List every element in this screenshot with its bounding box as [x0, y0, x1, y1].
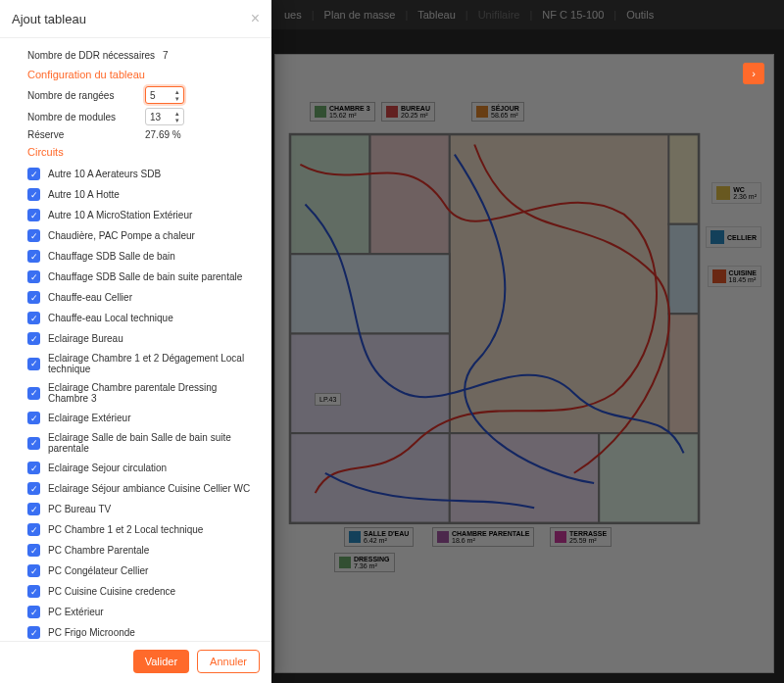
circuit-label: PC Chambre 1 et 2 Local technique [48, 524, 203, 535]
circuit-label: Eclairage Chambre 1 et 2 Dégagement Loca… [48, 353, 258, 374]
next-arrow-icon[interactable]: › [743, 63, 764, 84]
circuit-item[interactable]: ✓Autre 10 A MicroStation Extérieur [27, 205, 258, 225]
svg-rect-11 [668, 314, 698, 433]
circuit-label: Autre 10 A MicroStation Extérieur [48, 210, 192, 220]
checkbox-checked-icon[interactable]: ✓ [27, 412, 40, 424]
circuit-label: PC Bureau TV [48, 504, 111, 514]
checkbox-checked-icon[interactable]: ✓ [27, 168, 40, 180]
room-label-chambre-3: CHAMBRE 315.62 m² [310, 102, 375, 122]
circuit-label: Chauffe-eau Local technique [48, 313, 173, 323]
reserve-label: Réserve [27, 129, 145, 140]
checkbox-checked-icon[interactable]: ✓ [27, 606, 40, 618]
cfg-rows-row: Nombre de rangées 5 ▴▾ [27, 86, 258, 104]
circuit-item[interactable]: ✓Eclairage Bureau [27, 328, 258, 349]
checkbox-checked-icon[interactable]: ✓ [27, 482, 40, 495]
circuit-label: Eclairage Extérieur [48, 413, 130, 423]
checkbox-checked-icon[interactable]: ✓ [27, 503, 40, 515]
svg-rect-8 [599, 433, 699, 522]
room-label-sejour: SÉJOUR58.65 m² [471, 102, 524, 122]
circuit-label: PC Chambre Parentale [48, 545, 149, 556]
floor-plan-svg [275, 55, 773, 672]
circuit-label: Chaudière, PAC Pompe a chaleur [48, 230, 195, 241]
circuit-item[interactable]: ✓Eclairage Chambre parentale Dressing Ch… [27, 378, 258, 408]
cfg-modules-row: Nombre de modules 13 ▴▾ [27, 108, 258, 125]
circuit-list: ✓Autre 10 A Aerateurs SDB✓Autre 10 A Hot… [27, 164, 258, 641]
checkbox-checked-icon[interactable]: ✓ [27, 387, 40, 400]
rows-label: Nombre de rangées [27, 90, 145, 101]
circuit-label: Eclairage Sejour circulation [48, 463, 167, 473]
checkbox-checked-icon[interactable]: ✓ [27, 626, 40, 639]
checkbox-checked-icon[interactable]: ✓ [27, 585, 40, 598]
checkbox-checked-icon[interactable]: ✓ [27, 291, 40, 304]
circuit-item[interactable]: ✓Chaudière, PAC Pompe a chaleur [27, 225, 258, 246]
modal-body: Nombre de DDR nécessaires 7 Configuratio… [0, 38, 271, 641]
modules-stepper-arrows[interactable]: ▴▾ [175, 110, 179, 123]
checkbox-checked-icon[interactable]: ✓ [27, 229, 40, 242]
close-icon[interactable]: × [251, 10, 260, 27]
circuit-label: Chauffage SDB Salle de bain [48, 251, 175, 262]
rows-stepper-arrows[interactable]: ▴▾ [175, 88, 179, 102]
circuit-item[interactable]: ✓PC Congélateur Cellier [27, 561, 258, 581]
side-label-cellier: CELLIER [706, 226, 761, 248]
svg-rect-10 [668, 224, 698, 314]
modal-title: Ajout tableau [12, 12, 251, 26]
checkbox-checked-icon[interactable]: ✓ [27, 250, 40, 263]
room-label-lp43: LP.43 [315, 393, 341, 406]
circuit-item[interactable]: ✓Autre 10 A Aerateurs SDB [27, 164, 258, 184]
modules-value: 13 [150, 112, 161, 122]
circuit-label: PC Extérieur [48, 607, 104, 617]
ddr-label: Nombre de DDR nécessaires [27, 50, 155, 61]
ddr-row: Nombre de DDR nécessaires 7 [27, 50, 258, 61]
nav-item-outils[interactable]: Outils [626, 9, 654, 21]
circuit-item[interactable]: ✓PC Bureau TV [27, 499, 258, 519]
circuit-item[interactable]: ✓Autre 10 A Hotte [27, 184, 258, 205]
circuit-item[interactable]: ✓PC Frigo Microonde [27, 622, 258, 641]
circuit-item[interactable]: ✓Chauffe-eau Cellier [27, 287, 258, 308]
circuit-label: Autre 10 A Aerateurs SDB [48, 169, 161, 179]
circuit-label: PC Cuisine Cuisine credence [48, 586, 175, 597]
checkbox-checked-icon[interactable]: ✓ [27, 188, 40, 201]
nav-item-0[interactable]: ues [284, 9, 302, 21]
checkbox-checked-icon[interactable]: ✓ [27, 270, 40, 283]
validate-button[interactable]: Valider [133, 650, 189, 673]
rows-value: 5 [150, 90, 156, 101]
circuit-item[interactable]: ✓PC Chambre Parentale [27, 540, 258, 561]
checkbox-checked-icon[interactable]: ✓ [27, 332, 40, 345]
circuit-item[interactable]: ✓Eclairage Extérieur [27, 408, 258, 428]
cancel-button[interactable]: Annuler [197, 650, 260, 673]
circuit-item[interactable]: ✓PC Extérieur [27, 602, 258, 622]
checkbox-checked-icon[interactable]: ✓ [27, 312, 40, 324]
circuit-item[interactable]: ✓Eclairage Séjour ambiance Cuisine Celli… [27, 478, 258, 499]
room-label-bureau: BUREAU20.25 m² [381, 102, 435, 122]
circuit-item[interactable]: ✓Chauffage SDB Salle de bain suite paren… [27, 267, 258, 287]
nav-item-unifilaire[interactable]: Unifilaire [478, 9, 520, 21]
svg-rect-4 [290, 254, 450, 333]
room-label-dressing: DRESSING7.36 m² [334, 553, 395, 572]
circuit-item[interactable]: ✓Eclairage Chambre 1 et 2 Dégagement Loc… [27, 349, 258, 378]
modules-stepper[interactable]: 13 ▴▾ [145, 108, 184, 125]
circuit-item[interactable]: ✓PC Cuisine Cuisine credence [27, 581, 258, 602]
checkbox-checked-icon[interactable]: ✓ [27, 564, 40, 577]
nav-item-tableau[interactable]: Tableau [417, 9, 456, 21]
circuit-item[interactable]: ✓Eclairage Salle de bain Salle de bain s… [27, 428, 258, 458]
checkbox-checked-icon[interactable]: ✓ [27, 523, 40, 536]
checkbox-checked-icon[interactable]: ✓ [27, 209, 40, 221]
circuit-item[interactable]: ✓Chauffage SDB Salle de bain [27, 246, 258, 267]
circuit-label: Chauffage SDB Salle de bain suite parent… [48, 271, 242, 282]
circuit-label: PC Frigo Microonde [48, 627, 135, 638]
nav-item-plan-de-masse[interactable]: Plan de masse [324, 9, 396, 21]
nav-item-nfc15100[interactable]: NF C 15-100 [542, 9, 604, 21]
checkbox-checked-icon[interactable]: ✓ [27, 544, 40, 557]
circuit-item[interactable]: ✓PC Chambre 1 et 2 Local technique [27, 519, 258, 540]
checkbox-checked-icon[interactable]: ✓ [27, 437, 40, 450]
checkbox-checked-icon[interactable]: ✓ [27, 462, 40, 474]
checkbox-checked-icon[interactable]: ✓ [27, 358, 40, 370]
nav-separator: | [466, 9, 468, 21]
circuit-item[interactable]: ✓Eclairage Sejour circulation [27, 458, 258, 478]
modal-footer: Valider Annuler [0, 641, 271, 683]
cfg-reserve-row: Réserve 27.69 % [27, 129, 258, 140]
rows-stepper[interactable]: 5 ▴▾ [145, 86, 184, 104]
side-label-wc: WC2.36 m² [711, 182, 761, 204]
circuit-label: PC Congélateur Cellier [48, 565, 148, 576]
circuit-item[interactable]: ✓Chauffe-eau Local technique [27, 308, 258, 328]
